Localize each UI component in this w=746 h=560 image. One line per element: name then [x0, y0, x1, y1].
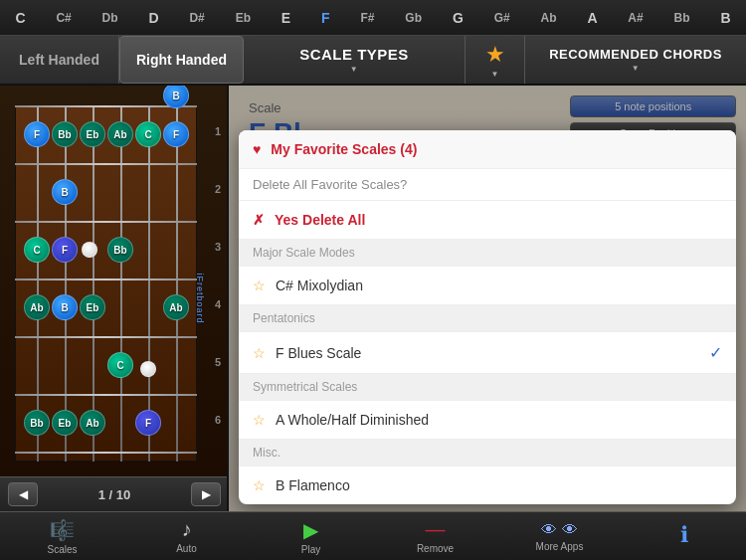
fretboard-panel[interactable]: 1 2 3 4 5 6 B F Bb Eb Ab C F B C F Bb Ab…: [0, 86, 229, 511]
note-dot-6-1: Bb: [24, 410, 50, 436]
note-bar: C C# Db D D# Eb E F F# Gb G G# Ab A A# B…: [0, 0, 746, 36]
prev-page-button[interactable]: ◀: [8, 482, 38, 506]
remove-toolbar-item[interactable]: — Remove: [396, 518, 475, 554]
note-F[interactable]: F: [317, 8, 334, 28]
yes-delete-label: Yes Delete All: [275, 212, 365, 228]
note-dot-2-2: B: [52, 179, 78, 205]
favorites-tab[interactable]: ★ ▼: [466, 36, 525, 84]
major-scale-modes-header: Major Scale Modes: [239, 240, 736, 267]
fret-num-6: 6: [215, 414, 221, 426]
symmetrical-scales-label: Symmetrical Scales: [253, 380, 357, 394]
heart-icon: ♥: [253, 141, 261, 157]
my-favorites-label: My Favorite Scales (4): [271, 141, 417, 157]
note-Fsharp[interactable]: F#: [356, 9, 378, 27]
more-apps-toolbar-item[interactable]: 👁 👁 More Apps: [520, 521, 600, 552]
note-E[interactable]: E: [278, 8, 294, 28]
more-apps-label: More Apps: [536, 541, 584, 552]
note-Gsharp[interactable]: G#: [490, 9, 514, 27]
delete-all-question-item[interactable]: Delete All Favorite Scales?: [239, 169, 736, 201]
note-dot-3-2: F: [52, 237, 78, 263]
delete-all-question-label: Delete All Favorite Scales?: [253, 177, 407, 192]
fret-line-1: [15, 163, 197, 165]
b-flamenco-label: B Flamenco: [276, 477, 350, 493]
note-dot-1-4: Ab: [107, 121, 133, 147]
info-icon: ℹ: [680, 522, 688, 548]
note-Eb[interactable]: Eb: [232, 9, 255, 27]
fret-line-6: [15, 452, 197, 454]
note-C[interactable]: C: [11, 8, 29, 28]
note-dot-4-3: Eb: [80, 294, 105, 320]
play-toolbar-item[interactable]: ▶ Play: [272, 518, 351, 555]
eyes-icon: 👁 👁: [541, 521, 577, 539]
ifretboard-label: iFretboard: [194, 273, 204, 323]
note-Bb[interactable]: Bb: [670, 9, 694, 27]
pagination: ◀ 1 / 10 ▶: [0, 476, 229, 511]
note-dot-1-1: F: [24, 121, 50, 147]
string-line-2: [65, 105, 67, 462]
note-Db[interactable]: Db: [98, 9, 122, 27]
note-B[interactable]: B: [716, 8, 734, 28]
fretboard-bg: [15, 105, 197, 462]
fret-num-5: 5: [215, 356, 221, 368]
fret-line-4: [15, 336, 197, 338]
f-blues-scale-item[interactable]: ☆ F Blues Scale ✓: [239, 332, 736, 374]
auto-icon: ♪: [182, 518, 192, 541]
b-flamenco-item[interactable]: ☆ B Flamenco: [239, 467, 736, 504]
note-A[interactable]: A: [583, 8, 601, 28]
scale-types-arrow: ▼: [350, 65, 358, 74]
checkmark-icon: ✓: [709, 343, 722, 362]
note-dot-6-2: Eb: [52, 410, 78, 436]
c-sharp-mixolydian-label: C# Mixolydian: [276, 278, 363, 293]
fret-line-5: [15, 394, 197, 396]
right-content: Scale F Bl F.Al [1,b Alternati 5 note po…: [229, 86, 746, 511]
fret-line-2: [15, 221, 197, 223]
f-blues-scale-label: F Blues Scale: [276, 345, 361, 361]
yes-delete-item[interactable]: ✗ Yes Delete All: [239, 201, 736, 240]
note-dot-3-small: [82, 242, 97, 258]
note-Csharp[interactable]: C#: [52, 9, 75, 27]
note-Gb[interactable]: Gb: [401, 9, 426, 27]
fret-num-2: 2: [215, 183, 221, 195]
pentatonics-label: Pentatonics: [253, 311, 315, 325]
star-outline-icon-1: ☆: [253, 278, 266, 293]
remove-icon: —: [426, 518, 446, 541]
note-dot-6-4: F: [135, 410, 161, 436]
scales-toolbar-item[interactable]: 🎼 Scales: [23, 518, 102, 555]
a-whole-half-item[interactable]: ☆ A Whole/Half Diminished: [239, 401, 736, 440]
note-G[interactable]: G: [449, 8, 467, 28]
left-handed-tab[interactable]: Left Handed: [0, 36, 119, 84]
fret-line-3: [15, 279, 197, 280]
scales-icon: 🎼: [50, 518, 75, 542]
recommended-chords-tab[interactable]: RECOMMENDED CHORDS ▼: [525, 36, 746, 84]
scale-types-tab[interactable]: SCALE TYPES ▼: [244, 36, 466, 84]
right-handed-tab[interactable]: Right Handed: [119, 36, 244, 84]
note-dot-6-3: Ab: [80, 410, 105, 436]
note-Ab[interactable]: Ab: [537, 9, 561, 27]
remove-label: Remove: [417, 543, 454, 554]
note-Dsharp[interactable]: D#: [185, 9, 208, 27]
auto-label: Auto: [176, 543, 197, 554]
note-dot-5-1: C: [107, 352, 133, 378]
pentatonics-header: Pentatonics: [239, 305, 736, 332]
header-tabs: Left Handed Right Handed SCALE TYPES ▼ ★…: [0, 36, 746, 86]
note-dot-3-1: C: [24, 237, 50, 263]
c-sharp-mixolydian-item[interactable]: ☆ C# Mixolydian: [239, 267, 736, 305]
x-icon: ✗: [253, 212, 265, 228]
main-content: 1 2 3 4 5 6 B F Bb Eb Ab C F B C F Bb Ab…: [0, 86, 746, 511]
a-whole-half-label: A Whole/Half Diminished: [276, 412, 429, 428]
fret-num-4: 4: [215, 298, 221, 310]
misc-header: Misc.: [239, 440, 736, 467]
info-toolbar-item[interactable]: ℹ: [645, 522, 724, 550]
bottom-toolbar: 🎼 Scales ♪ Auto ▶ Play — Remove 👁 👁 More…: [0, 511, 746, 560]
play-label: Play: [301, 544, 320, 555]
note-dot-1-5: C: [135, 121, 161, 147]
note-D[interactable]: D: [144, 8, 162, 28]
note-Asharp[interactable]: A#: [624, 9, 647, 27]
string-line-3: [93, 105, 94, 462]
my-favorites-item[interactable]: ♥ My Favorite Scales (4): [239, 130, 736, 169]
note-dot-4-1: Ab: [24, 294, 50, 320]
note-dot-4-4: Ab: [163, 294, 189, 320]
major-scale-modes-label: Major Scale Modes: [253, 246, 355, 260]
auto-toolbar-item[interactable]: ♪ Auto: [147, 518, 227, 554]
next-page-button[interactable]: ▶: [191, 482, 221, 506]
